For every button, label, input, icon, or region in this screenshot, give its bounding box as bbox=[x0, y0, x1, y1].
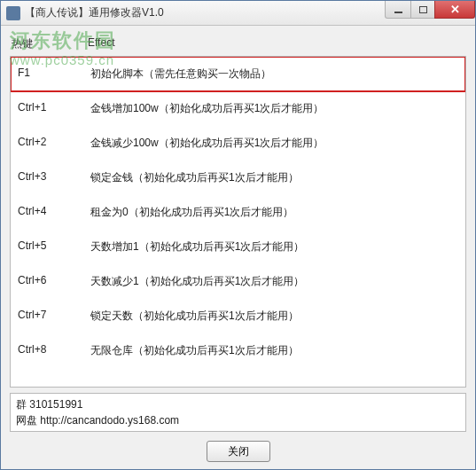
minimize-button[interactable] bbox=[385, 1, 411, 19]
list-item[interactable]: Ctrl+2金钱减少100w（初始化成功后再买1次后才能用） bbox=[11, 126, 465, 161]
hotkey-cell: Ctrl+2 bbox=[18, 136, 90, 151]
effect-cell: 租金为0（初始化成功后再买1次后才能用） bbox=[90, 205, 293, 220]
column-headers: 热键 Effect bbox=[12, 36, 464, 54]
app-icon bbox=[6, 6, 20, 20]
minimize-icon bbox=[394, 12, 402, 13]
list-item[interactable]: Ctrl+5天数增加1（初始化成功后再买1次后才能用） bbox=[11, 230, 465, 264]
titlebar[interactable]: 【商人传说】通用修改器V1.0 ✕ bbox=[1, 1, 475, 26]
hotkey-cell: F1 bbox=[18, 67, 90, 82]
list-item[interactable]: Ctrl+4租金为0（初始化成功后再买1次后才能用） bbox=[11, 195, 465, 230]
effect-cell: 金钱减少100w（初始化成功后再买1次后才能用） bbox=[90, 136, 324, 151]
hotkey-list: F1初始化脚本（需先任意购买一次物品）Ctrl+1金钱增加100w（初始化成功后… bbox=[10, 56, 466, 388]
info-url: 网盘 http://cancandodo.ys168.com bbox=[16, 412, 460, 428]
close-button-label: 关闭 bbox=[228, 444, 249, 459]
maximize-icon bbox=[419, 6, 427, 13]
window-title: 【商人传说】通用修改器V1.0 bbox=[25, 5, 164, 20]
hotkey-cell: Ctrl+4 bbox=[18, 205, 90, 220]
effect-cell: 锁定金钱（初始化成功后再买1次后才能用） bbox=[90, 170, 299, 185]
effect-cell: 锁定天数（初始化成功后再买1次后才能用） bbox=[90, 309, 299, 324]
info-group: 群 310151991 bbox=[16, 396, 460, 412]
window-controls: ✕ bbox=[386, 1, 475, 19]
effect-cell: 初始化脚本（需先任意购买一次物品） bbox=[90, 67, 271, 82]
close-icon: ✕ bbox=[450, 3, 460, 16]
effect-cell: 金钱增加100w（初始化成功后再买1次后才能用） bbox=[90, 101, 324, 116]
maximize-button[interactable] bbox=[410, 1, 435, 19]
list-item[interactable]: Ctrl+7锁定天数（初始化成功后再买1次后才能用） bbox=[11, 299, 465, 333]
hotkey-cell: Ctrl+7 bbox=[18, 309, 90, 324]
list-item[interactable]: Ctrl+1金钱增加100w（初始化成功后再买1次后才能用） bbox=[11, 91, 465, 126]
effect-cell: 天数增加1（初始化成功后再买1次后才能用） bbox=[90, 239, 304, 255]
window-close-button[interactable]: ✕ bbox=[434, 1, 475, 19]
hotkey-cell: Ctrl+5 bbox=[18, 239, 90, 255]
info-box: 群 310151991 网盘 http://cancandodo.ys168.c… bbox=[10, 393, 466, 432]
close-button[interactable]: 关闭 bbox=[207, 441, 270, 462]
list-item[interactable]: Ctrl+8无限仓库（初始化成功后再买1次后才能用） bbox=[11, 333, 465, 368]
footer: 关闭 bbox=[1, 441, 475, 462]
header-hotkey: 热键 bbox=[12, 36, 88, 54]
list-item[interactable]: F1初始化脚本（需先任意购买一次物品） bbox=[11, 57, 465, 91]
list-item[interactable]: Ctrl+6天数减少1（初始化成功后再买1次后才能用） bbox=[11, 264, 465, 299]
effect-cell: 无限仓库（初始化成功后再买1次后才能用） bbox=[90, 343, 299, 358]
app-window: 【商人传说】通用修改器V1.0 ✕ 河东软件园 www.pc0359.cn 热键… bbox=[0, 0, 476, 470]
hotkey-cell: Ctrl+1 bbox=[18, 101, 90, 116]
hotkey-cell: Ctrl+6 bbox=[18, 274, 90, 289]
hotkey-cell: Ctrl+8 bbox=[18, 343, 90, 358]
header-effect: Effect bbox=[88, 36, 114, 54]
effect-cell: 天数减少1（初始化成功后再买1次后才能用） bbox=[90, 274, 304, 289]
list-item[interactable]: Ctrl+3锁定金钱（初始化成功后再买1次后才能用） bbox=[11, 161, 465, 195]
hotkey-cell: Ctrl+3 bbox=[18, 170, 90, 185]
